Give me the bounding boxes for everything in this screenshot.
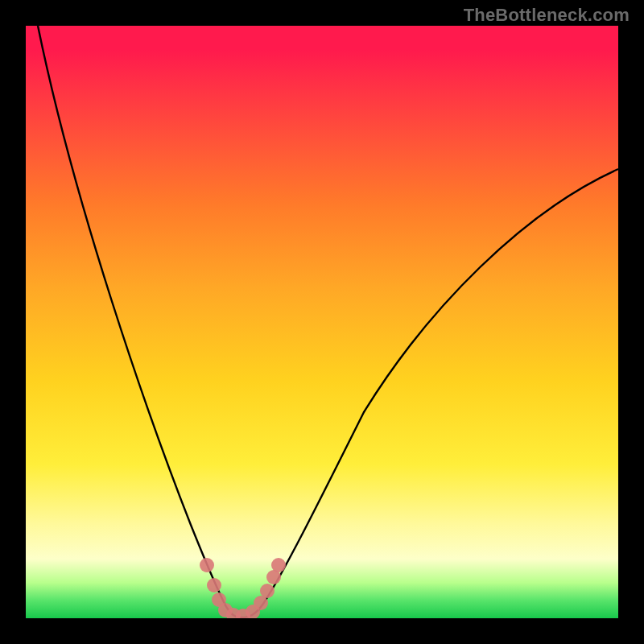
chart-plot-area [26, 26, 618, 618]
highlight-dots-group [200, 558, 286, 618]
bottleneck-chart [26, 26, 618, 618]
highlight-dot [200, 558, 214, 572]
highlight-dot [260, 584, 275, 598]
highlight-dot [207, 578, 221, 592]
watermark-text: TheBottleneck.com [464, 5, 630, 26]
bottleneck-curve-path [38, 26, 618, 617]
highlight-dot [271, 558, 286, 572]
